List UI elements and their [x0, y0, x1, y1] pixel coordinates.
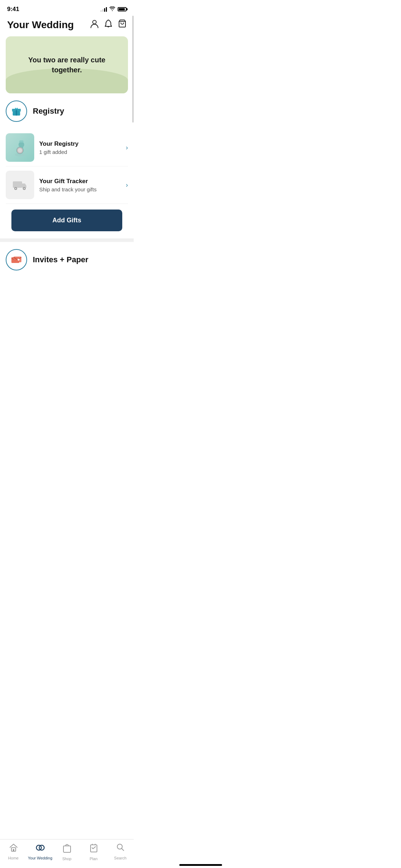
svg-rect-12	[13, 181, 22, 188]
svg-rect-9	[19, 142, 24, 148]
registry-title: Registry	[33, 107, 64, 116]
header: Your Wedding	[0, 16, 134, 36]
gift-tracker-list-item[interactable]: Your Gift Tracker Ship and track your gi…	[6, 166, 128, 204]
promo-banner: You two are really cute together.	[6, 36, 128, 93]
gift-tracker-thumbnail	[6, 171, 34, 199]
invites-section-header: Invites + Paper	[6, 249, 128, 270]
invites-icon-circle	[6, 249, 27, 270]
profile-icon[interactable]	[90, 19, 99, 31]
registry-section: Registry Your Registry 1 gift added	[0, 100, 134, 231]
cart-icon[interactable]	[118, 19, 127, 31]
registry-section-header: Registry	[6, 100, 128, 122]
registry-item-chevron: ›	[126, 144, 128, 151]
svg-rect-11	[22, 145, 23, 148]
scrollbar[interactable]	[132, 16, 134, 123]
gift-tracker-chevron: ›	[126, 181, 128, 189]
add-gifts-button[interactable]: Add Gifts	[11, 210, 122, 231]
registry-item-title: Your Registry	[39, 140, 121, 148]
registry-icon-circle	[6, 100, 27, 122]
registry-item-content: Your Registry 1 gift added	[39, 140, 121, 155]
registry-item-thumbnail	[6, 133, 34, 162]
header-icons	[90, 19, 127, 31]
svg-rect-10	[19, 140, 24, 143]
banner-text: You two are really cute together.	[16, 55, 117, 75]
page-title: Your Wedding	[7, 19, 74, 31]
gift-tracker-content: Your Gift Tracker Ship and track your gi…	[39, 178, 121, 192]
status-bar: 9:41	[0, 0, 134, 16]
notification-icon[interactable]	[104, 19, 112, 31]
wifi-icon	[109, 6, 115, 12]
invites-section: Invites + Paper	[0, 249, 134, 270]
status-icons	[101, 6, 127, 12]
gift-tracker-title: Your Gift Tracker	[39, 178, 121, 185]
gift-tracker-subtitle: Ship and track your gifts	[39, 186, 121, 192]
svg-rect-4	[12, 109, 21, 110]
svg-point-8	[18, 148, 22, 153]
svg-point-16	[24, 188, 25, 189]
svg-point-0	[93, 20, 96, 24]
signal-icon	[101, 7, 107, 12]
registry-list-item[interactable]: Your Registry 1 gift added ›	[6, 129, 128, 166]
battery-icon	[118, 7, 127, 11]
status-time: 9:41	[7, 6, 19, 13]
registry-item-subtitle: 1 gift added	[39, 149, 121, 155]
svg-point-14	[15, 188, 16, 189]
invites-title: Invites + Paper	[33, 255, 88, 264]
section-divider	[0, 238, 134, 242]
